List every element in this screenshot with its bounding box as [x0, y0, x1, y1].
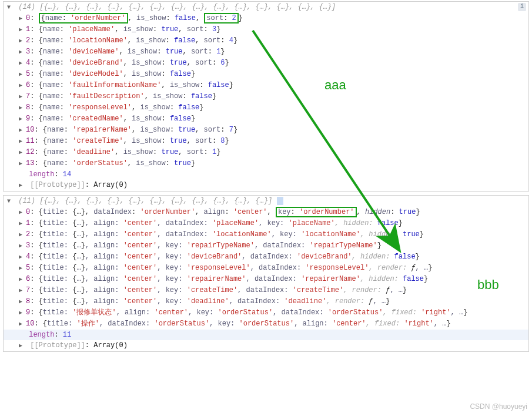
prototype-row[interactable]: ▶ [[Prototype]]: Array(0) — [4, 180, 528, 191]
annotation-aaa: aaa — [324, 78, 346, 93]
expand-arrow-icon[interactable]: ▶ — [19, 25, 25, 35]
expand-arrow-icon[interactable]: ▶ — [19, 147, 25, 158]
selection-highlight — [277, 197, 283, 205]
length-row: length: 11 — [4, 330, 528, 340]
object-row[interactable]: ▶2: {name: 'locationName', is_show: fals… — [4, 35, 528, 46]
expand-arrow-icon[interactable]: ▶ — [19, 58, 25, 69]
prototype-row[interactable]: ▶ [[Prototype]]: Array(0) — [4, 340, 528, 351]
object-row[interactable]: ▶7: {name: 'faultDescription', is_show: … — [4, 91, 528, 102]
expand-arrow-icon[interactable]: ▶ — [19, 114, 25, 125]
expand-arrow-icon[interactable]: ▶ — [19, 36, 25, 46]
object-row[interactable]: ▶5: {name: 'deviceModel', is_show: false… — [4, 69, 528, 80]
expand-arrow-icon[interactable]: ▶ — [19, 47, 25, 58]
expand-arrow-icon[interactable]: ▶ — [19, 14, 25, 24]
array-summary-top[interactable]: ▼ (14) [{…}, {…}, {…}, {…}, {…}, {…}, {…… — [4, 2, 528, 13]
console-panel-top: i ▼ (14) [{…}, {…}, {…}, {…}, {…}, {…}, … — [3, 1, 529, 192]
console-panel-bottom: ▼ (11) [{…}, {…}, {…}, {…}, {…}, {…}, {…… — [3, 195, 529, 352]
object-row[interactable]: ▶6: {title: {…}, align: 'center', key: '… — [4, 274, 528, 285]
highlight-name: {name: 'orderNumber' — [39, 13, 128, 23]
expand-arrow-icon[interactable]: ▶ — [19, 136, 25, 147]
expand-arrow-icon[interactable]: ▶ — [19, 159, 25, 169]
object-row[interactable]: ▶1: {name: 'placeName', is_show: true, s… — [4, 24, 528, 35]
info-icon[interactable]: i — [518, 3, 526, 11]
expand-arrow-icon[interactable]: ▶ — [19, 180, 25, 191]
expand-arrow-icon[interactable]: ▶ — [19, 125, 25, 136]
expand-arrow-icon[interactable]: ▶ — [19, 341, 25, 351]
object-row[interactable]: ▶1: {title: {…}, align: 'center', dataIn… — [4, 218, 528, 229]
object-row[interactable]: ▶11: {name: 'createTime', is_show: true,… — [4, 136, 528, 147]
expand-arrow-icon[interactable]: ▶ — [19, 219, 25, 229]
object-row[interactable]: ▶8: {title: {…}, align: 'center', key: '… — [4, 296, 528, 307]
object-row[interactable]: ▶8: {name: 'responseLevel', is_show: fal… — [4, 102, 528, 113]
object-row[interactable]: ▶0: {title: {…}, dataIndex: 'orderNumber… — [4, 207, 528, 218]
expand-arrow-icon[interactable]: ▶ — [19, 263, 25, 274]
object-row[interactable]: ▶9: {title: '报修单状态', align: 'center', ke… — [4, 307, 528, 318]
expand-arrow-icon[interactable]: ▶ — [19, 80, 25, 91]
object-row[interactable]: ▶3: {name: 'deviceName', is_show: true, … — [4, 46, 528, 58]
watermark: CSDN @huoyueyi — [470, 402, 527, 411]
object-row[interactable]: ▶6: {name: 'faultInformationName', is_sh… — [4, 80, 528, 91]
object-row[interactable]: ▶5: {title: {…}, align: 'center', key: '… — [4, 263, 528, 274]
expand-arrow-icon[interactable]: ▶ — [19, 69, 25, 80]
object-row[interactable]: ▶13: {name: 'orderStatus', is_show: true… — [4, 158, 528, 169]
expand-arrow-icon[interactable]: ▶ — [19, 252, 25, 263]
object-row[interactable]: ▶2: {title: {…}, align: 'center', dataIn… — [4, 229, 528, 240]
highlight-key: key: 'orderNumber' — [276, 207, 357, 217]
expand-arrow-icon[interactable]: ▼ — [7, 2, 13, 13]
object-row[interactable]: ▶12: {name: 'deadline', is_show: true, s… — [4, 147, 528, 158]
object-row[interactable]: ▶9: {name: 'createdName', is_show: false… — [4, 113, 528, 125]
object-row[interactable]: ▶10: {title: '操作', dataIndex: 'orderStat… — [4, 318, 528, 330]
array-summary-bottom[interactable]: ▼ (11) [{…}, {…}, {…}, {…}, {…}, {…}, {…… — [4, 196, 528, 207]
expand-arrow-icon[interactable]: ▶ — [19, 286, 25, 296]
length-row: length: 14 — [4, 169, 528, 180]
expand-arrow-icon[interactable]: ▶ — [19, 274, 25, 285]
expand-arrow-icon[interactable]: ▶ — [19, 103, 25, 113]
expand-arrow-icon[interactable]: ▶ — [19, 230, 25, 240]
highlight-sort: sort: 2 — [204, 13, 238, 23]
object-row[interactable]: ▶7: {title: {…}, align: 'center', key: '… — [4, 285, 528, 296]
expand-arrow-icon[interactable]: ▼ — [7, 196, 13, 207]
expand-arrow-icon[interactable]: ▶ — [19, 207, 25, 218]
expand-arrow-icon[interactable]: ▶ — [19, 241, 25, 251]
object-row[interactable]: ▶3: {title: {…}, align: 'center', key: '… — [4, 240, 528, 251]
object-row[interactable]: ▶4: {name: 'deviceBrand', is_show: true,… — [4, 58, 528, 69]
object-row[interactable]: ▶10: {name: 'repairerName', is_show: tru… — [4, 125, 528, 136]
annotation-bbb: bbb — [477, 277, 499, 293]
expand-arrow-icon[interactable]: ▶ — [19, 297, 25, 307]
expand-arrow-icon[interactable]: ▶ — [19, 308, 25, 318]
expand-arrow-icon[interactable]: ▶ — [19, 92, 25, 102]
object-row[interactable]: ▶4: {title: {…}, align: 'center', key: '… — [4, 251, 528, 263]
expand-arrow-icon[interactable]: ▶ — [19, 319, 25, 330]
object-row[interactable]: ▶0: {name: 'orderNumber', is_show: false… — [4, 13, 528, 24]
